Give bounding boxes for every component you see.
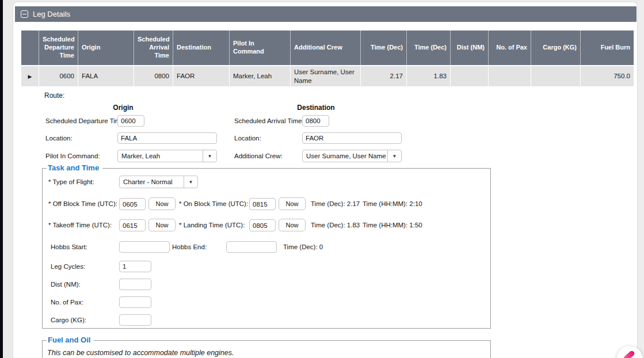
expand-arrow-icon[interactable]: ▶: [28, 74, 32, 79]
cell-scheduled-departure-time[interactable]: 0600: [39, 65, 78, 86]
dropdown-arrow-icon[interactable]: ▼: [387, 150, 401, 162]
no-of-pax-label: No. of Pax:: [51, 299, 83, 306]
additional-crew-select[interactable]: User Surname, User Name ▼: [302, 150, 402, 162]
cargo-kg-label: Cargo (KG):: [51, 317, 86, 323]
panel-title: Leg Details: [33, 10, 70, 18]
leg-row[interactable]: ▶ 0600 FALA 0800 FAOR Marker, Leah User …: [21, 65, 634, 86]
scheduled-arrival-time-input[interactable]: [302, 115, 329, 127]
hobbs-end-input[interactable]: [226, 241, 277, 253]
fuel-and-oil-note: This can be customised to accommodate mu…: [47, 349, 234, 357]
on-block-time-input[interactable]: [249, 198, 276, 210]
col-expand: [21, 31, 39, 65]
col-cargo-kg: Cargo (KG): [531, 31, 580, 65]
pilot-in-command-label: Pilot In Command:: [45, 153, 100, 159]
hobbs-start-input[interactable]: [119, 241, 170, 253]
swoosh-icon: [623, 350, 635, 358]
landing-time-label: * Landing Time (UTC):: [179, 222, 245, 228]
cell-time-dec-block[interactable]: 2.17: [360, 65, 406, 86]
fuel-and-oil-fieldset: Fuel and Oil This can be customised to a…: [42, 340, 491, 358]
flight-time-dec: Time (Dec): 1.83: [311, 222, 360, 228]
col-scheduled-departure-time: Scheduled Departure Time: [39, 31, 78, 65]
legs-grid: Scheduled Departure Time Origin Schedule…: [21, 31, 634, 86]
no-of-pax-input[interactable]: [119, 296, 151, 308]
cargo-kg-input[interactable]: [119, 314, 151, 326]
row-expand-button[interactable]: ▶: [21, 65, 39, 86]
additional-crew-value: User Surname, User Name: [303, 150, 387, 162]
type-of-flight-label: * Type of Flight:: [48, 178, 94, 185]
block-time-hhmm: Time (HH:MM): 2:10: [363, 200, 422, 207]
landing-now-button[interactable]: Now: [279, 219, 306, 231]
destination-location-input[interactable]: [302, 132, 402, 144]
hobbs-start-label: Hobbs Start:: [51, 243, 87, 250]
col-destination: Destination: [173, 31, 229, 65]
screen: Leg Details Scheduled Departure Time Ori…: [0, 0, 644, 358]
scheduled-departure-time-label: Scheduled Departure Time:: [45, 117, 126, 124]
block-time-dec: Time (Dec): 2.17: [311, 200, 360, 207]
destination-location-label: Location:: [234, 135, 261, 142]
origin-location-input[interactable]: [117, 132, 217, 144]
col-scheduled-arrival-time: Scheduled Arrival Time: [134, 31, 173, 65]
type-of-flight-select[interactable]: Charter - Normal ▼: [119, 176, 198, 188]
origin-column-header: Origin: [105, 104, 141, 112]
cell-no-of-pax[interactable]: [488, 65, 531, 86]
takeoff-now-button[interactable]: Now: [148, 219, 176, 231]
task-and-time-fieldset: Task and Time * Type of Flight: Charter …: [42, 168, 491, 329]
cell-dist-nm[interactable]: [450, 65, 488, 86]
on-block-now-button[interactable]: Now: [279, 197, 306, 210]
collapse-minus-icon[interactable]: [21, 10, 28, 18]
col-dist-nm: Dist (NM): [450, 31, 488, 65]
left-edge-strip: [0, 0, 3, 358]
off-block-time-label: * Off Block Time (UTC):: [48, 200, 117, 207]
type-of-flight-value: Charter - Normal: [120, 176, 184, 188]
takeoff-time-label: * Takeoff Time (UTC):: [48, 222, 112, 228]
col-time-dec-flight: Time (Dec): [406, 31, 450, 65]
cell-pilot-in-command[interactable]: Marker, Leah: [229, 65, 290, 86]
route-label: Route:: [44, 92, 64, 100]
leg-details-header-bar[interactable]: Leg Details: [15, 6, 637, 22]
cell-fuel-burn[interactable]: 750.0: [580, 65, 634, 86]
leg-details-panel: Leg Details Scheduled Departure Time Ori…: [13, 2, 638, 358]
flight-time-hhmm: Time (HH:MM): 1:50: [363, 222, 422, 228]
takeoff-time-input[interactable]: [119, 219, 146, 231]
pilot-in-command-value: Marker, Leah: [118, 150, 203, 162]
dist-nm-input[interactable]: [119, 279, 151, 290]
col-pilot-in-command: Pilot In Command: [229, 31, 290, 65]
col-additional-crew: Additional Crew: [290, 31, 360, 65]
col-fuel-burn: Fuel Burn: [580, 31, 634, 65]
off-block-time-input[interactable]: [119, 198, 146, 210]
col-time-dec-block: Time (Dec): [360, 31, 406, 65]
dropdown-arrow-icon[interactable]: ▼: [203, 150, 216, 162]
cell-additional-crew[interactable]: User Surname, User Name: [290, 65, 360, 86]
dist-nm-label: Dist (NM):: [51, 281, 81, 288]
col-no-of-pax: No. of Pax: [488, 31, 531, 65]
on-block-time-label: * On Block Time (UTC):: [179, 200, 248, 207]
right-gutter: [638, 0, 644, 358]
cell-scheduled-arrival-time[interactable]: 0800: [134, 65, 173, 86]
origin-location-label: Location:: [45, 135, 73, 142]
landing-time-input[interactable]: [249, 219, 276, 231]
pilot-in-command-select[interactable]: Marker, Leah ▼: [117, 150, 217, 162]
grid-header-row: Scheduled Departure Time Origin Schedule…: [21, 31, 634, 65]
cell-origin[interactable]: FALA: [78, 65, 134, 86]
cell-time-dec-flight[interactable]: 1.83: [406, 65, 450, 86]
hobbs-end-label: Hobbs End:: [172, 243, 207, 250]
leg-cycles-label: Leg Cycles:: [51, 263, 85, 270]
task-and-time-legend: Task and Time: [47, 163, 102, 172]
cell-destination[interactable]: FAOR: [173, 65, 229, 86]
scheduled-departure-time-input[interactable]: [117, 115, 144, 127]
destination-column-header: Destination: [293, 104, 339, 112]
leg-cycles-input[interactable]: [119, 261, 151, 272]
col-origin: Origin: [78, 31, 134, 65]
hobbs-time-dec: Time (Dec): 0: [283, 243, 323, 250]
cell-cargo-kg[interactable]: [531, 65, 580, 86]
additional-crew-label: Additional Crew:: [234, 153, 283, 159]
fuel-and-oil-legend: Fuel and Oil: [47, 336, 94, 344]
dropdown-arrow-icon[interactable]: ▼: [184, 176, 197, 188]
scheduled-arrival-time-label: Scheduled Arrival Time:: [234, 117, 304, 124]
off-block-now-button[interactable]: Now: [148, 197, 176, 210]
